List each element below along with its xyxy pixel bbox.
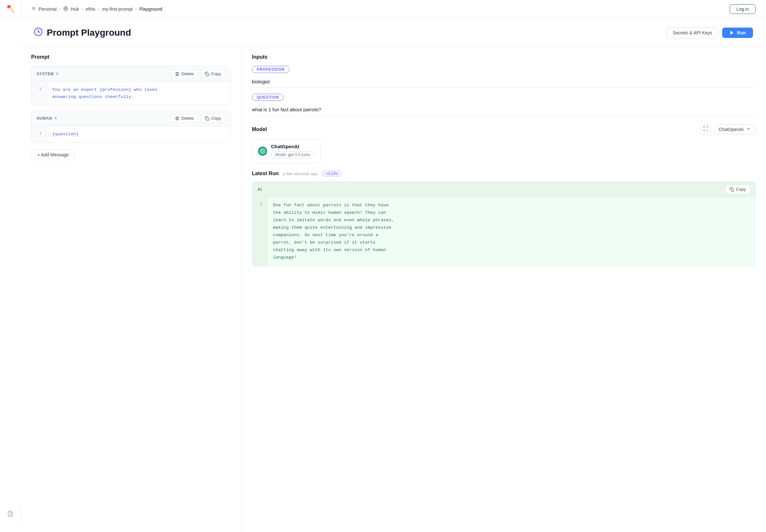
inputs-panel: Inputs PROFESSION QUESTION Model xyxy=(241,46,766,532)
copy-icon-3 xyxy=(730,187,734,192)
human-role-label: HUMAN ⇅ xyxy=(37,116,57,121)
breadcrumb-efriis-label: efriis xyxy=(86,6,95,12)
prompt-panel: Prompt SYSTEM ⇅ Delete xyxy=(21,46,241,532)
profession-input[interactable] xyxy=(252,76,756,88)
add-message-button[interactable]: + Add Message xyxy=(31,149,75,160)
human-message-header: HUMAN ⇅ Delete xyxy=(31,111,230,126)
latest-run-header: Latest Run a few seconds ago ≈3.24s xyxy=(252,170,756,177)
person-icon xyxy=(31,6,36,12)
breadcrumb-personal-label: Personal xyxy=(39,6,56,12)
model-header: Model ChatOpenAI xyxy=(252,124,756,134)
system-copy-button[interactable]: Copy xyxy=(201,69,225,78)
copy-icon xyxy=(205,72,209,76)
model-name: ChatOpenAI xyxy=(271,144,314,149)
chevron-down-icon xyxy=(746,127,751,132)
page-header: Prompt Playground Secrets & API Keys Run xyxy=(21,18,766,46)
system-line-number: 1 xyxy=(31,82,47,105)
model-badge: Model: gpt-3.5-turbo xyxy=(271,151,314,158)
main-layout: Prompt SYSTEM ⇅ Delete xyxy=(21,46,766,532)
ai-copy-button[interactable]: Copy xyxy=(725,185,750,194)
ai-response-block: AI Copy 1 One fun fact about parrots is … xyxy=(252,181,756,266)
human-copy-button[interactable]: Copy xyxy=(201,114,225,123)
svg-rect-10 xyxy=(731,189,734,191)
model-expand-button[interactable] xyxy=(700,124,711,134)
page-title-area: Prompt Playground xyxy=(34,27,131,38)
header-actions: Secrets & API Keys Run xyxy=(666,27,753,38)
system-role-chevron[interactable]: ⇅ xyxy=(56,72,59,76)
human-message-text[interactable]: {question} xyxy=(47,126,230,142)
question-tag: QUESTION xyxy=(252,94,284,101)
prompt-section-title: Prompt xyxy=(31,54,231,60)
breadcrumb: Personal › Hub › efriis › my-first-pr xyxy=(31,6,162,12)
ai-content-row: 1 One fun fact about parrots is that the… xyxy=(252,197,755,266)
breadcrumb-hub[interactable]: Hub xyxy=(63,6,79,12)
breadcrumb-sep-3: › xyxy=(98,6,100,12)
model-select-button[interactable]: ChatOpenAI xyxy=(714,124,756,134)
svg-rect-9 xyxy=(206,118,209,120)
system-message-body: 1 You are an expert {profession} who lov… xyxy=(31,82,230,105)
expand-icon xyxy=(703,126,708,131)
sidebar-file-icon[interactable] xyxy=(0,506,21,522)
latest-run-title: Latest Run xyxy=(252,171,279,176)
svg-point-6 xyxy=(38,31,39,33)
human-message-body: 1 {question} xyxy=(31,126,230,142)
svg-marker-7 xyxy=(730,31,733,35)
breadcrumb-sep-1: › xyxy=(59,6,61,12)
breadcrumb-efriis[interactable]: efriis xyxy=(86,6,95,12)
run-button[interactable]: Run xyxy=(722,28,753,38)
breadcrumb-playground-label: Playground xyxy=(139,6,162,12)
profession-tag: PROFESSION xyxy=(252,66,289,73)
secrets-api-keys-button[interactable]: Secrets & API Keys xyxy=(666,27,718,38)
ai-response-text: One fun fact about parrots is that they … xyxy=(268,197,755,266)
copy-icon-2 xyxy=(205,116,209,121)
svg-rect-8 xyxy=(206,73,209,76)
breadcrumb-sep-2: › xyxy=(82,6,83,12)
play-icon xyxy=(729,30,735,35)
system-role-label: SYSTEM ⇅ xyxy=(37,72,59,76)
breadcrumb-hub-label: Hub xyxy=(71,6,79,12)
breadcrumb-playground: Playground xyxy=(139,6,162,12)
human-message-block: HUMAN ⇅ Delete xyxy=(31,110,231,143)
system-delete-button[interactable]: Delete xyxy=(171,69,198,78)
model-card: ChatOpenAI Model: gpt-3.5-turbo xyxy=(252,139,321,163)
ai-line-number: 1 xyxy=(252,197,268,266)
human-role-chevron[interactable]: ⇅ xyxy=(54,116,57,120)
top-nav: Personal › Hub › efriis › my-first-pr xyxy=(21,0,766,18)
system-message-text[interactable]: You are an expert {profession} who loves… xyxy=(47,82,230,105)
question-input[interactable] xyxy=(252,103,756,116)
openai-logo xyxy=(258,147,267,156)
human-message-actions: Delete Copy xyxy=(171,114,225,123)
system-message-row: 1 You are an expert {profession} who lov… xyxy=(31,82,230,105)
trash-icon xyxy=(175,72,179,76)
trash-icon-2 xyxy=(175,116,179,121)
app-logo: 🪓 xyxy=(0,0,21,18)
breadcrumb-prompt[interactable]: my-first-prompt xyxy=(102,6,133,12)
human-delete-button[interactable]: Delete xyxy=(171,114,198,123)
breadcrumb-personal[interactable]: Personal xyxy=(31,6,56,12)
breadcrumb-sep-4: › xyxy=(135,6,137,12)
svg-point-2 xyxy=(33,7,34,8)
run-duration: ≈3.24s xyxy=(322,170,342,177)
question-input-group: QUESTION xyxy=(252,94,756,122)
ai-response-header: AI Copy xyxy=(252,182,755,197)
system-message-actions: Delete Copy xyxy=(171,69,225,78)
page-title: Prompt Playground xyxy=(47,28,131,38)
profession-input-group: PROFESSION xyxy=(252,66,756,94)
human-line-number: 1 xyxy=(31,126,47,142)
run-time: a few seconds ago xyxy=(283,171,318,176)
human-message-row: 1 {question} xyxy=(31,126,230,142)
globe-icon xyxy=(63,6,68,12)
model-section-title: Model xyxy=(252,127,267,132)
inputs-section-title: Inputs xyxy=(252,54,756,60)
playground-icon xyxy=(34,27,43,38)
login-button[interactable]: Log in xyxy=(730,4,756,14)
system-message-header: SYSTEM ⇅ Delete xyxy=(31,66,230,82)
system-message-block: SYSTEM ⇅ Delete xyxy=(31,66,231,105)
ai-label: AI xyxy=(257,187,262,192)
breadcrumb-prompt-label: my-first-prompt xyxy=(102,6,133,12)
